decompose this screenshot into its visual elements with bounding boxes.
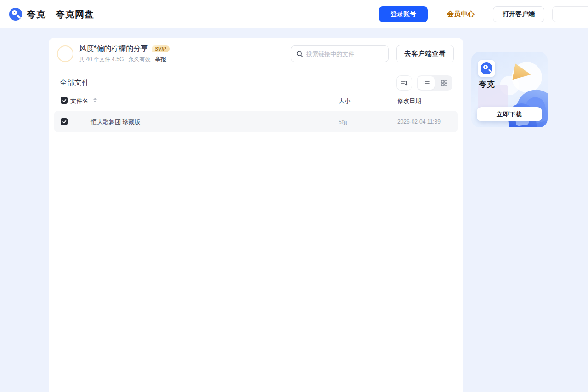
search-icon [296,51,303,57]
header-extra-button[interactable] [552,6,588,22]
brand: 夸克 夸克网盘 [9,8,94,21]
list-view-button[interactable] [418,76,435,90]
grid-view-icon [441,80,448,87]
member-center-link[interactable]: 会员中心 [447,10,475,18]
share-meta-validity: 永久有效 [128,56,150,63]
column-header-date: 修改日期 [397,97,421,105]
quark-share-page: 夸克 夸克网盘 登录账号 会员中心 打开客户端 风度*偏的柠檬的分享 SVIP … [0,0,588,392]
login-button[interactable]: 登录账号 [379,6,428,22]
file-row[interactable]: 恒大歌舞团 珍藏版 5项 2026-02-04 11:39 [54,111,458,132]
share-title: 风度*偏的柠檬的分享 [79,44,148,54]
top-header: 夸克 夸克网盘 登录账号 会员中心 打开客户端 [0,0,588,28]
all-files-title: 全部文件 [60,78,89,88]
share-content-card: 风度*偏的柠檬的分享 SVIP 共 40 个文件 4.5G 永久有效 举报 去客… [49,38,463,392]
grid-view-button[interactable] [435,75,452,91]
svip-badge: SVIP [152,45,170,52]
file-date: 2026-02-04 11:39 [397,119,441,125]
brand-divider [51,11,51,18]
open-client-button[interactable]: 打开客户端 [493,6,544,22]
sort-order-button[interactable] [396,75,412,91]
list-view-icon [423,80,430,87]
quark-logo-icon [9,8,22,21]
check-icon [62,98,67,103]
column-header-name[interactable]: 文件名 [70,97,88,105]
goto-client-button[interactable]: 去客户端查看 [396,45,454,62]
promo-app-name: 夸克 [479,79,495,90]
brand-name: 夸克 [27,8,46,21]
share-title-row: 风度*偏的柠檬的分享 SVIP [79,44,170,54]
column-header-size: 大小 [339,97,351,105]
report-link[interactable]: 举报 [155,56,166,63]
app-download-promo-card[interactable]: 夸克 立即下载 [471,52,548,127]
share-meta-files: 共 40 个文件 4.5G [79,56,124,63]
quark-logo-icon [481,62,492,74]
row-checkbox[interactable] [61,118,68,125]
check-icon [62,119,67,124]
search-box[interactable] [291,45,389,62]
file-size: 5项 [339,119,347,126]
view-mode-toggle [417,75,452,91]
product-name: 夸克网盘 [56,8,94,21]
search-input[interactable] [306,51,380,57]
name-sort-carets-icon[interactable] [93,98,97,102]
quark-app-icon [478,60,495,77]
download-now-button[interactable]: 立即下载 [477,107,542,121]
file-name[interactable]: 恒大歌舞团 珍藏版 [91,118,141,126]
select-all-checkbox[interactable] [61,97,68,104]
sort-order-icon [401,80,408,87]
sharer-avatar [57,45,74,62]
file-table-header: 文件名 大小 修改日期 [49,95,463,109]
share-meta: 共 40 个文件 4.5G 永久有效 举报 [79,56,166,63]
